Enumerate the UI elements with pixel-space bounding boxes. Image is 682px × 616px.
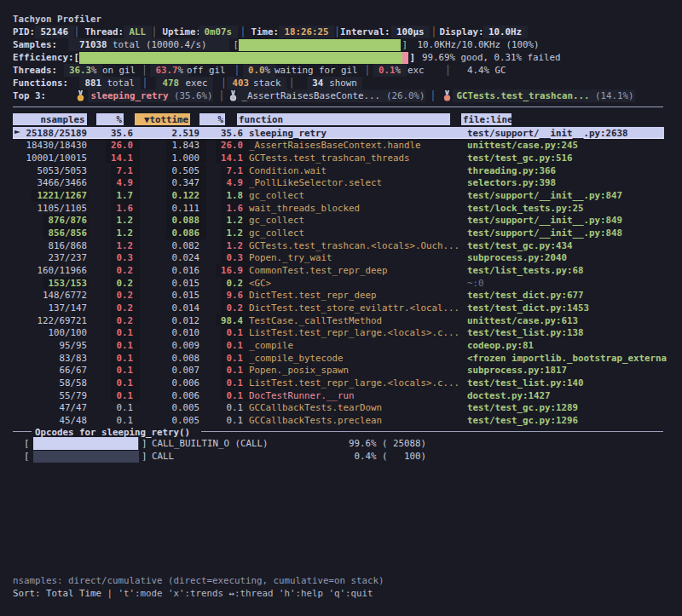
table-row[interactable]: 1105/11051.60.1111.6wait_threads_blocked… <box>13 202 664 215</box>
cell-file-line: <frozen importlib._bootstrap_externa <box>467 352 682 365</box>
sort-label: Sort: <box>13 587 41 600</box>
cell-nsamples: 58/58 <box>13 377 87 389</box>
cell-pct-direct: 1.2 <box>87 214 133 227</box>
cell-function: _compile_bytecode <box>249 352 462 365</box>
cell-pct-cumulative: 0.2 <box>199 277 243 290</box>
cell-nsamples: 95/95 <box>13 339 87 352</box>
cell-pct-direct: 1.2 <box>87 227 133 239</box>
table-row[interactable]: 122/697210.20.01298.4TestCase._callTestM… <box>13 314 664 327</box>
separator: │ <box>289 77 295 89</box>
column-header-pct-cumulative[interactable]: % <box>199 113 226 126</box>
cell-function: GCTests.test_trashcan_threads <box>249 152 462 164</box>
cell-pct-direct: 4.9 <box>87 176 133 189</box>
cell-file-line: subprocess.py:1817 <box>467 364 682 377</box>
cell-tottime: 0.082 <box>133 239 199 252</box>
time-value: 18:26:25 <box>279 26 334 38</box>
table-row[interactable]: 25188/2518935.62.51935.6sleeping_retryte… <box>13 127 664 140</box>
cell-pct-cumulative: 26.0 <box>199 139 243 152</box>
cell-function: ListTest.test_repr_large.<locals>.c... <box>249 326 462 339</box>
cell-function: GCTests.test_trashcan.<locals>.Ouch... <box>249 239 462 252</box>
uptime-label: Uptime: <box>163 26 202 38</box>
cell-pct-cumulative: 0.2 <box>199 302 243 314</box>
table-row[interactable]: 47/470.10.0050.1GCCallbackTests.tearDown… <box>13 401 664 414</box>
table-row[interactable]: 137/1470.20.0140.2DictTest.test_store_ev… <box>13 302 664 314</box>
table-row[interactable]: 153/1530.20.0150.2<GC>~:0 <box>13 277 664 290</box>
table-row[interactable]: 237/2370.30.0240.3Popen._try_waitsubproc… <box>13 251 664 264</box>
tachyon-profiler-screen: Tachyon Profiler PID: 52146 │ Thread: AL… <box>0 0 682 616</box>
efficiency-summary: 99.69% good, 0.31% failed <box>422 51 561 64</box>
efficiency-row: Efficiency: [ ] 99.69% good, 0.31% faile… <box>13 51 682 64</box>
cell-pct-direct: 0.2 <box>87 314 133 327</box>
gold-medal-icon <box>75 90 86 101</box>
opcode-bar <box>33 437 139 449</box>
samples-bar <box>239 39 401 51</box>
table-row[interactable]: 160/119660.20.01616.9CommonTest.test_rep… <box>13 264 664 277</box>
cell-function: gc_collect <box>249 189 462 202</box>
cell-pct-cumulative: 35.6 <box>199 127 243 140</box>
table-row[interactable]: 66/670.10.0070.1Popen._posix_spawnsubpro… <box>13 364 664 377</box>
table-row[interactable]: 55/790.10.0060.1DocTestRunner.__rundocte… <box>13 389 664 402</box>
cell-file-line: ~:0 <box>467 277 682 290</box>
opcode-row: []CALL 0.4% ( 100) <box>13 450 682 463</box>
cell-tottime: 0.016 <box>133 264 199 277</box>
cell-nsamples: 237/237 <box>13 251 87 264</box>
efficiency-bar-failed <box>402 52 408 64</box>
cell-tottime: 0.006 <box>133 389 199 402</box>
cell-tottime: 0.005 <box>133 414 199 427</box>
cell-function: wait_threads_blocked <box>249 202 462 215</box>
table-row[interactable]: 1221/12671.70.1221.8gc_collecttest/suppo… <box>13 189 664 202</box>
functions-exec: 478 <box>163 77 180 89</box>
table-row[interactable]: 95/950.10.0090.1_compilecodeop.py:81 <box>13 339 664 352</box>
table-row[interactable]: 83/830.10.0080.1_compile_bytecode<frozen… <box>13 352 664 365</box>
cell-tottime: 0.007 <box>133 364 199 377</box>
threads-exc-label: exc <box>407 64 425 77</box>
column-header-file-line[interactable]: file:line <box>461 113 512 126</box>
cell-function: GCCallbackTests.preclean <box>249 414 462 427</box>
table-top-rule <box>13 107 663 107</box>
separator: │ <box>445 64 451 77</box>
column-header-function[interactable]: function <box>237 113 450 126</box>
threads-exc: 0.1 <box>379 64 396 77</box>
cell-pct-direct: 0.1 <box>87 326 133 339</box>
column-header-tottime-sorted[interactable]: ▼tottime <box>135 113 190 126</box>
separator: │ <box>74 26 80 38</box>
table-row[interactable]: 100/1000.10.0100.1ListTest.test_repr_lar… <box>13 326 664 339</box>
top3-pct-2: (26.0%) <box>386 89 425 102</box>
cell-function: gc_collect <box>249 214 462 227</box>
cell-function: CommonTest.test_repr_deep <box>249 264 462 277</box>
separator: │ <box>240 26 246 38</box>
cell-tottime: 0.006 <box>133 377 199 389</box>
cell-function: DocTestRunner.__run <box>249 389 462 402</box>
table-row[interactable]: 856/8561.20.0861.2gc_collecttest/support… <box>13 227 664 239</box>
cell-nsamples: 122/69721 <box>13 314 87 327</box>
cell-pct-direct: 0.3 <box>87 251 133 264</box>
interval-value: 100µs <box>391 26 431 38</box>
cell-file-line: test/support/__init__.py:847 <box>467 189 682 202</box>
cell-pct-direct: 14.1 <box>87 152 133 164</box>
percent-sign: % <box>91 64 97 77</box>
table-row[interactable]: 3466/34664.90.3474.9_PollLikeSelector.se… <box>13 176 664 189</box>
footer-legend-row: nsamples: direct/cumulative (direct=exec… <box>13 574 682 587</box>
cell-nsamples: 148/6772 <box>13 289 87 302</box>
cell-pct-direct: 0.1 <box>87 389 133 402</box>
table-row[interactable]: 18430/1843026.01.84326.0_AssertRaisesBas… <box>13 139 664 152</box>
cell-pct-direct: 1.6 <box>87 202 133 215</box>
cell-function: <GC> <box>249 277 462 290</box>
silver-medal-icon <box>228 90 239 101</box>
functions-total: 881 <box>85 77 102 89</box>
cell-function: gc_collect <box>249 227 462 239</box>
cell-file-line: test/support/__init__.py:849 <box>467 214 682 227</box>
separator: │ <box>234 64 240 77</box>
functions-stack: 403 <box>233 77 250 89</box>
column-header-nsamples[interactable]: nsamples <box>13 113 87 126</box>
table-row[interactable]: 5053/50537.10.5057.1Condition.waitthread… <box>13 164 664 177</box>
table-row[interactable]: 58/580.10.0060.1ListTest.test_repr_large… <box>13 377 664 389</box>
threads-waiting: 0.0 <box>248 64 265 77</box>
table-row[interactable]: 10001/1001514.11.00014.1GCTests.test_tra… <box>13 152 664 164</box>
table-row[interactable]: 816/8681.20.0821.2GCTests.test_trashcan.… <box>13 239 664 252</box>
table-row[interactable]: 876/8761.20.0881.2gc_collecttest/support… <box>13 214 664 227</box>
table-row[interactable]: 148/67720.20.0159.6DictTest.test_repr_de… <box>13 289 664 302</box>
table-row[interactable]: 45/480.10.0050.1GCCallbackTests.preclean… <box>13 414 664 427</box>
cell-pct-cumulative: 0.3 <box>199 251 243 264</box>
column-header-pct-direct[interactable]: % <box>96 113 124 126</box>
